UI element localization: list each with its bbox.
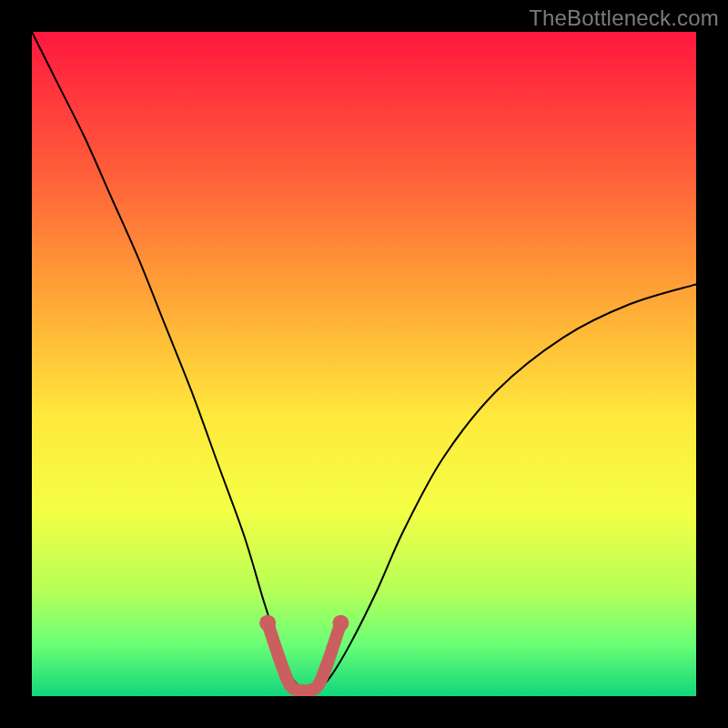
flat-region-endpoint — [259, 615, 276, 632]
bottleneck-chart — [32, 32, 696, 696]
watermark-text: TheBottleneck.com — [529, 5, 719, 31]
chart-frame: TheBottleneck.com — [0, 0, 728, 728]
plot-area — [32, 32, 696, 696]
flat-region-endpoint — [332, 615, 349, 632]
gradient-background — [32, 32, 696, 696]
